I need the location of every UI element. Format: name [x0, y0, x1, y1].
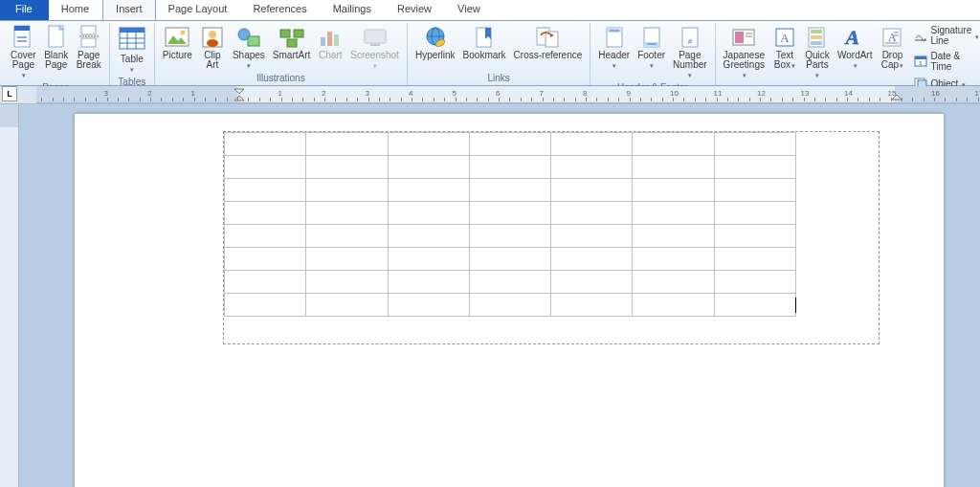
table-cell[interactable] [551, 202, 633, 225]
tab-stop-selector[interactable]: L [2, 86, 17, 101]
table-cell[interactable] [469, 202, 550, 225]
wordart-button[interactable]: A WordArt [834, 23, 877, 73]
tab-mailings[interactable]: Mailings [321, 0, 385, 20]
blank-page-button[interactable]: Blank Page [40, 23, 73, 72]
table-row[interactable] [225, 248, 796, 271]
table-row[interactable] [225, 225, 796, 248]
table-cell[interactable] [551, 271, 633, 294]
table-cell[interactable] [469, 294, 550, 317]
table-cell[interactable] [306, 271, 388, 294]
table-cell[interactable] [714, 225, 795, 248]
footer-button[interactable]: Footer [634, 23, 669, 73]
inserted-table[interactable] [224, 132, 796, 317]
table-cell[interactable] [306, 156, 388, 179]
table-cell[interactable] [633, 271, 714, 294]
table-cell[interactable] [633, 202, 714, 225]
table-cell[interactable] [633, 294, 714, 317]
table-cell[interactable] [388, 156, 469, 179]
table-cell[interactable] [551, 179, 633, 202]
page-number-button[interactable]: # Page Number [669, 23, 711, 82]
table-cell[interactable] [714, 294, 795, 317]
smartart-button[interactable]: SmartArt [269, 23, 314, 62]
table-cell[interactable] [388, 133, 469, 156]
table-cell[interactable] [306, 225, 388, 248]
table-cell[interactable] [388, 202, 469, 225]
table-cell[interactable] [225, 248, 306, 271]
table-cell[interactable] [306, 248, 388, 271]
text-box-button[interactable]: A Text Box [768, 23, 801, 73]
table-cell[interactable] [551, 156, 633, 179]
quick-parts-button[interactable]: Quick Parts [801, 23, 834, 82]
picture-button[interactable]: Picture [159, 23, 196, 62]
table-cell[interactable] [225, 202, 306, 225]
table-cell[interactable] [551, 294, 633, 317]
document-page[interactable] [75, 114, 944, 487]
screenshot-button[interactable]: Screenshot [346, 23, 403, 73]
table-cell[interactable] [388, 271, 469, 294]
table-cell[interactable] [633, 133, 714, 156]
table-cell[interactable] [714, 179, 795, 202]
horizontal-ruler[interactable]: 3211234567891011121314151617 [36, 86, 980, 103]
table-cell[interactable] [551, 225, 633, 248]
table-cell[interactable] [633, 179, 714, 202]
tab-view[interactable]: View [445, 0, 494, 20]
table-cell[interactable] [714, 156, 795, 179]
table-cell[interactable] [469, 225, 550, 248]
table-row[interactable] [225, 271, 796, 294]
table-row[interactable] [225, 179, 796, 202]
table-row[interactable] [225, 294, 796, 317]
table-cell[interactable] [714, 133, 795, 156]
table-cell[interactable] [225, 156, 306, 179]
clip-art-button[interactable]: Clip Art [196, 23, 229, 72]
tab-review[interactable]: Review [385, 0, 445, 20]
chart-button[interactable]: Chart [314, 23, 346, 62]
table-cell[interactable] [714, 202, 795, 225]
table-cell[interactable] [388, 179, 469, 202]
table-cell[interactable] [306, 133, 388, 156]
table-cell[interactable] [306, 294, 388, 317]
table-cell[interactable] [551, 133, 633, 156]
header-button[interactable]: Header [594, 23, 634, 73]
tab-page-layout[interactable]: Page Layout [156, 0, 241, 20]
table-cell[interactable] [388, 248, 469, 271]
table-cell[interactable] [225, 179, 306, 202]
table-cell[interactable] [225, 133, 306, 156]
hyperlink-button[interactable]: Hyperlink [412, 23, 459, 62]
table-cell[interactable] [633, 248, 714, 271]
table-cell[interactable] [469, 271, 550, 294]
document-scroll-area[interactable] [19, 104, 980, 487]
table-row[interactable] [225, 156, 796, 179]
cross-reference-button[interactable]: Cross-reference [510, 23, 587, 62]
table-row[interactable] [225, 133, 796, 156]
bookmark-button[interactable]: Bookmark [459, 23, 510, 62]
cover-page-button[interactable]: Cover Page [7, 23, 40, 82]
table-cell[interactable] [551, 248, 633, 271]
tab-file[interactable]: File [0, 0, 49, 20]
vertical-ruler[interactable] [0, 104, 19, 487]
table-cell[interactable] [388, 294, 469, 317]
table-cell[interactable] [469, 156, 550, 179]
signature-line-button[interactable]: Signature Line [910, 23, 980, 48]
shapes-button[interactable]: Shapes [229, 23, 269, 73]
indent-marker-left-icon[interactable] [234, 88, 245, 101]
table-cell[interactable] [306, 179, 388, 202]
tab-references[interactable]: References [240, 0, 320, 20]
table-cell[interactable] [225, 294, 306, 317]
table-row[interactable] [225, 202, 796, 225]
table-cell[interactable] [225, 225, 306, 248]
tab-home[interactable]: Home [49, 0, 102, 20]
table-cell[interactable] [306, 202, 388, 225]
table-button[interactable]: Table [114, 23, 150, 77]
drop-cap-button[interactable]: A Drop Cap [876, 23, 908, 73]
page-break-button[interactable]: Page Break [73, 23, 105, 72]
table-cell[interactable] [633, 156, 714, 179]
table-cell[interactable] [469, 133, 550, 156]
japanese-greetings-button[interactable]: Japanese Greetings [720, 23, 768, 82]
table-cell[interactable] [469, 248, 550, 271]
date-time-button[interactable]: 5 Date & Time [910, 49, 980, 74]
table-cell[interactable] [714, 271, 795, 294]
table-cell[interactable] [633, 225, 714, 248]
tab-insert[interactable]: Insert [102, 0, 156, 20]
table-cell[interactable] [225, 271, 306, 294]
table-cell[interactable] [714, 248, 795, 271]
